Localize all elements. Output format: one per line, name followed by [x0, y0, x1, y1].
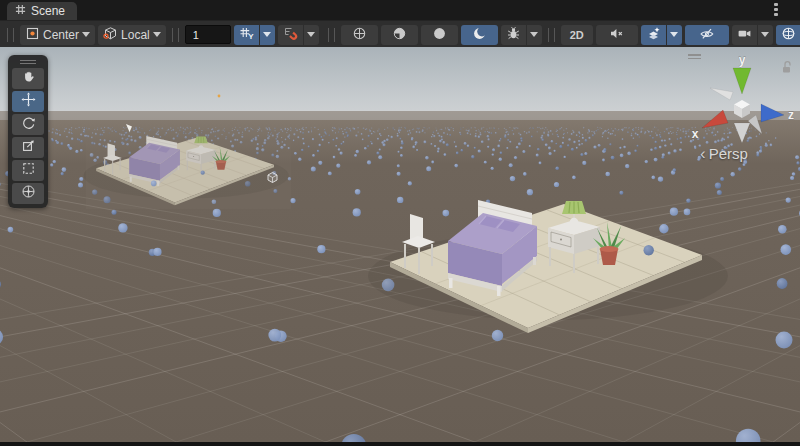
projection-toggle[interactable]: ‹ Persp: [700, 145, 748, 162]
moon-icon: [472, 26, 487, 44]
debug-dropdown[interactable]: [527, 25, 542, 45]
chevron-down-icon: [153, 32, 161, 37]
halfshaded-sphere-button[interactable]: [381, 25, 418, 45]
gizmo-drag-handle[interactable]: [688, 54, 701, 59]
scene-viewport[interactable]: y x z ‹ Persp: [0, 47, 800, 442]
projection-label: Persp: [709, 145, 748, 162]
scale-tool[interactable]: [12, 137, 44, 158]
axis-neg-cone[interactable]: [734, 123, 750, 143]
camera-settings-button[interactable]: [732, 25, 757, 45]
2d-toggle[interactable]: 2D: [561, 25, 593, 45]
pivot-center-icon: [25, 26, 40, 44]
snap-dropdown[interactable]: [304, 25, 319, 45]
grid-visibility-toggle[interactable]: Y: [234, 25, 259, 45]
chevron-down-icon: [530, 32, 538, 37]
projection-angle-icon: ‹: [700, 145, 706, 162]
scene-lighting-toggle[interactable]: [461, 25, 498, 45]
toolbar-drag-handle[interactable]: [548, 28, 555, 42]
transform-tool[interactable]: [12, 183, 44, 204]
orientation-gizmo[interactable]: y x z: [684, 52, 798, 148]
rect-tool-icon: [21, 161, 36, 180]
window-bottom-border: [0, 442, 800, 446]
snap-magnet-icon: [283, 26, 298, 44]
chevron-down-icon: [82, 32, 90, 37]
rect-tool[interactable]: [12, 160, 44, 181]
snap-toggle[interactable]: [278, 25, 303, 45]
effects-toggle[interactable]: [641, 25, 666, 45]
chevron-down-icon: [307, 32, 315, 37]
view-hand-tool[interactable]: [12, 68, 44, 89]
orientation-dropdown[interactable]: Local: [98, 25, 166, 45]
grid-axis-y-icon: Y: [239, 26, 254, 44]
pivot-label: Center: [43, 28, 79, 42]
toolbar-drag-handle[interactable]: [7, 28, 14, 42]
move-tool[interactable]: [12, 91, 44, 112]
shaded-sphere-icon: [432, 26, 447, 44]
grid-size-input[interactable]: [185, 25, 231, 44]
axis-y-cone[interactable]: [733, 68, 751, 94]
scene-toolbar: Center Local Y: [0, 20, 800, 48]
axis-x-label[interactable]: x: [692, 127, 699, 141]
rotate-tool-icon: [21, 115, 36, 134]
tab-scene[interactable]: Scene: [7, 2, 77, 20]
axis-neg-cone[interactable]: [710, 88, 733, 100]
2d-label: 2D: [566, 29, 588, 41]
rotate-tool[interactable]: [12, 114, 44, 135]
toolbar-drag-handle[interactable]: [328, 28, 335, 42]
orientation-label: Local: [121, 28, 150, 42]
audio-muted-icon: [609, 26, 624, 44]
axis-y-label[interactable]: y: [739, 53, 746, 67]
hidden-objects-toggle[interactable]: [685, 25, 729, 45]
wireframe-sphere-icon: [352, 26, 367, 44]
debug-bug-button[interactable]: [501, 25, 526, 45]
tab-bar: Scene: [0, 0, 800, 20]
move-tool-icon: [21, 92, 36, 111]
gizmo-sphere-icon: [781, 26, 796, 44]
chevron-down-icon: [263, 32, 271, 37]
chevron-down-icon: [670, 32, 678, 37]
transform-tool-icon: [21, 184, 36, 203]
axis-x-cone[interactable]: [702, 110, 728, 128]
wireframe-sphere-button[interactable]: [341, 25, 378, 45]
local-cube-icon: [103, 26, 118, 44]
scene-canvas: [0, 47, 800, 442]
kebab-menu-icon[interactable]: [774, 3, 778, 16]
effects-dropdown[interactable]: [667, 25, 682, 45]
gizmos-toggle[interactable]: [776, 25, 800, 45]
axis-z-label[interactable]: z: [788, 108, 794, 122]
tools-drag-handle[interactable]: [12, 58, 44, 66]
shaded-sphere-button[interactable]: [421, 25, 458, 45]
scale-tool-icon: [21, 138, 36, 157]
effects-layers-icon: [646, 26, 661, 44]
halfshaded-sphere-icon: [392, 26, 407, 44]
chevron-down-icon: [761, 32, 769, 37]
pivot-dropdown[interactable]: Center: [20, 25, 95, 45]
camera-icon: [737, 26, 752, 44]
axis-neg-cone[interactable]: [748, 115, 762, 134]
toolbar-drag-handle[interactable]: [172, 28, 179, 42]
axis-z-cone[interactable]: [761, 104, 784, 122]
camera-dropdown[interactable]: [758, 25, 773, 45]
audio-toggle[interactable]: [596, 25, 638, 45]
tools-overlay: [8, 55, 48, 208]
grid-visibility-dropdown[interactable]: [260, 25, 275, 45]
bug-icon: [506, 26, 521, 44]
grid-icon: [15, 4, 26, 18]
svg-text:Y: Y: [248, 32, 254, 41]
hand-tool-icon: [21, 69, 36, 88]
eye-hidden-icon: [699, 26, 715, 44]
tab-label: Scene: [31, 4, 65, 18]
scene-window: Scene Center Local Y: [0, 0, 800, 446]
lock-icon[interactable]: [781, 60, 794, 78]
